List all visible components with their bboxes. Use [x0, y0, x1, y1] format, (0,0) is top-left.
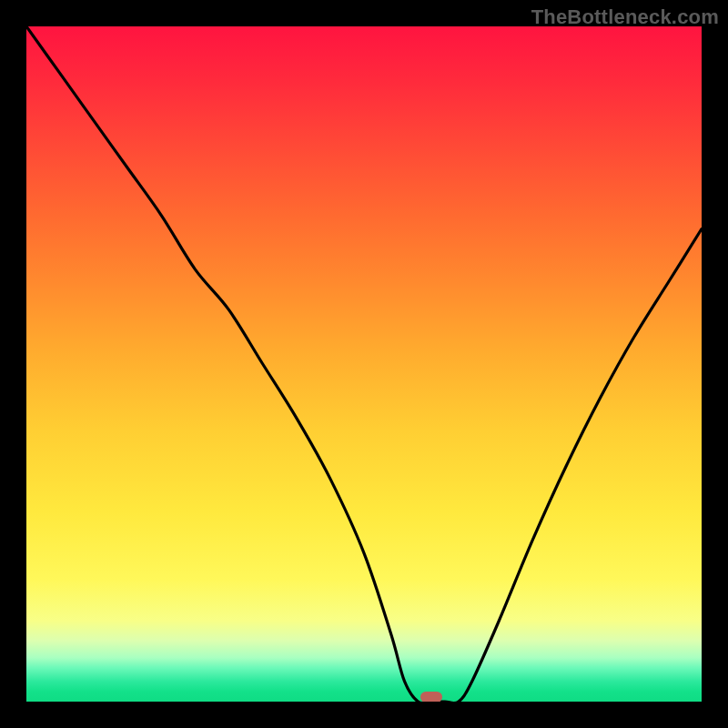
watermark-text: TheBottleneck.com [531, 5, 719, 29]
plot-area [26, 26, 702, 702]
chart-frame: TheBottleneck.com [0, 0, 728, 728]
optimum-marker [420, 692, 442, 702]
bottleneck-curve-path [26, 26, 702, 702]
bottleneck-curve-svg [26, 26, 702, 702]
